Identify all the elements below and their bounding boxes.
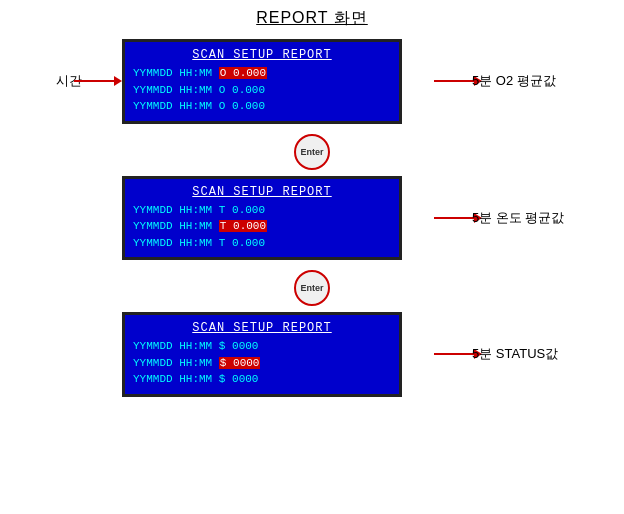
screen-datetime-3-0: YYMMDD HH:MM (133, 340, 219, 352)
screen-row-3-0: YYMMDD HH:MM $ 0000 (133, 338, 391, 355)
screen-datetime-1-1: YYMMDD HH:MM (133, 84, 219, 96)
screen-datetime-3-1: YYMMDD HH:MM (133, 357, 219, 369)
screen-datetime-2-1: YYMMDD HH:MM (133, 220, 219, 232)
arrow-line-right-2 (434, 217, 474, 219)
screen-datetime-1-0: YYMMDD HH:MM (133, 67, 219, 79)
screen-value-2-2: T 0.000 (219, 237, 265, 249)
screen-box-1: SCAN SETUP REPORT YYMMDD HH:MM O 0.000 Y… (122, 39, 402, 124)
screen-row-1-1: YYMMDD HH:MM O 0.000 (133, 82, 391, 99)
screen-title-3: SCAN SETUP REPORT (133, 321, 391, 335)
screen-value-1-0: O 0.000 (219, 67, 267, 79)
screen-value-2-1: T 0.000 (219, 220, 267, 232)
section-3-wrapper: SCAN SETUP REPORT YYMMDD HH:MM $ 0000 YY… (22, 312, 602, 397)
screen-value-3-1: $ 0000 (219, 357, 261, 369)
screen-value-3-0: $ 0000 (219, 340, 259, 352)
screen-datetime-3-2: YYMMDD HH:MM (133, 373, 219, 385)
screen-container-3: SCAN SETUP REPORT YYMMDD HH:MM $ 0000 YY… (122, 312, 402, 397)
label-left-1: 시간 (22, 72, 82, 90)
screen-container-2: SCAN SETUP REPORT YYMMDD HH:MM T 0.000 Y… (122, 176, 402, 261)
page-title: REPORT 화면 (256, 8, 368, 29)
screen-title-2: SCAN SETUP REPORT (133, 185, 391, 199)
arrow-line-right-1 (434, 80, 474, 82)
screen-title-1: SCAN SETUP REPORT (133, 48, 391, 62)
screen-datetime-2-2: YYMMDD HH:MM (133, 237, 219, 249)
screen-box-2: SCAN SETUP REPORT YYMMDD HH:MM T 0.000 Y… (122, 176, 402, 261)
screen-value-3-2: $ 0000 (219, 373, 259, 385)
screen-row-3-2: YYMMDD HH:MM $ 0000 (133, 371, 391, 388)
enter-button-1[interactable]: Enter (294, 134, 330, 170)
screen-datetime-1-2: YYMMDD HH:MM (133, 100, 219, 112)
screen-row-2-2: YYMMDD HH:MM T 0.000 (133, 235, 391, 252)
screen-row-2-0: YYMMDD HH:MM T 0.000 (133, 202, 391, 219)
screen-box-3: SCAN SETUP REPORT YYMMDD HH:MM $ 0000 YY… (122, 312, 402, 397)
page-container: REPORT 화면 시간 SCAN SETUP REPORT YYMMDD HH… (0, 0, 624, 514)
section-1: 시간 SCAN SETUP REPORT YYMMDD HH:MM O 0.00… (0, 39, 624, 128)
section-2-wrapper: SCAN SETUP REPORT YYMMDD HH:MM T 0.000 Y… (22, 176, 602, 261)
screen-row-3-1: YYMMDD HH:MM $ 0000 (133, 355, 391, 372)
enter-btn-wrapper-2: Enter (0, 270, 624, 306)
screen-row-1-0: YYMMDD HH:MM O 0.000 (133, 65, 391, 82)
label-right-2: 5분 온도 평균값 (472, 209, 602, 227)
screen-datetime-2-0: YYMMDD HH:MM (133, 204, 219, 216)
arrow-left-1 (74, 76, 122, 86)
screen-container-1: SCAN SETUP REPORT YYMMDD HH:MM O 0.000 Y… (122, 39, 402, 124)
screen-row-2-1: YYMMDD HH:MM T 0.000 (133, 218, 391, 235)
section-3: SCAN SETUP REPORT YYMMDD HH:MM $ 0000 YY… (0, 312, 624, 401)
arrow-line-left-1 (74, 80, 114, 82)
section-2: SCAN SETUP REPORT YYMMDD HH:MM T 0.000 Y… (0, 176, 624, 265)
section-1-wrapper: 시간 SCAN SETUP REPORT YYMMDD HH:MM O 0.00… (22, 39, 602, 124)
enter-btn-wrapper-1: Enter (0, 134, 624, 170)
screen-value-1-1: O 0.000 (219, 84, 265, 96)
label-right-1: 5분 O2 평균값 (472, 72, 602, 90)
screen-value-1-2: O 0.000 (219, 100, 265, 112)
screen-row-1-2: YYMMDD HH:MM O 0.000 (133, 98, 391, 115)
enter-button-2[interactable]: Enter (294, 270, 330, 306)
arrow-line-right-3 (434, 353, 474, 355)
label-right-3: 5분 STATUS값 (472, 345, 602, 363)
screen-value-2-0: T 0.000 (219, 204, 265, 216)
arrow-head-1 (114, 76, 122, 86)
